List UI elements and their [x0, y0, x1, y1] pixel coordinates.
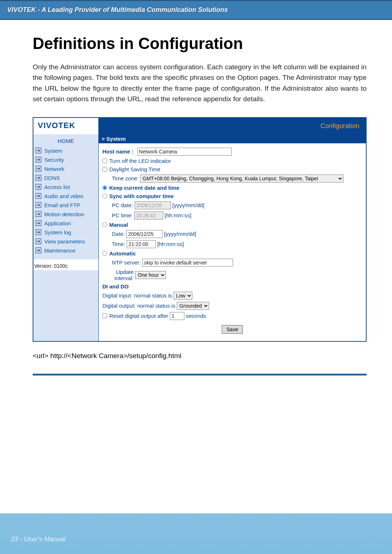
keep-current-radio[interactable]	[102, 185, 107, 190]
logo-cell: VIVOTEK	[33, 118, 99, 134]
pc-time-hint: [hh:mm:ss]	[165, 212, 191, 218]
arrow-icon: ➔	[36, 193, 41, 199]
host-name-input[interactable]	[137, 148, 232, 156]
pc-time-input	[134, 212, 163, 219]
turn-off-led-label: Turn off the LED indicator	[109, 158, 171, 164]
manual-date-row: Date: [yyyy/mm/dd]	[112, 230, 362, 238]
manual-radio[interactable]	[102, 222, 107, 227]
manual-time-label: Time:	[112, 241, 125, 247]
reset-row: Reset digital output after seconds	[102, 312, 362, 320]
sidebar-item-label: Audio and video	[44, 193, 83, 199]
sidebar-item-maintenance[interactable]: ➔ Maintenance	[33, 246, 98, 255]
save-row: Save	[102, 325, 362, 334]
reset-label: Reset digital output after	[109, 313, 168, 319]
sidebar-item-label: System	[44, 148, 62, 154]
sidebar-item-motion-detection[interactable]: ➔ Motion detection	[33, 210, 98, 219]
pc-time-row: PC time: [hh:mm:ss]	[112, 212, 362, 219]
sidebar-item-label: System log	[44, 229, 71, 235]
arrow-icon: ➔	[36, 220, 41, 226]
manual-time-hint: [hh:mm:ss]	[157, 241, 184, 247]
automatic-row: Automatic	[102, 250, 362, 257]
update-interval-select[interactable]: One hour	[135, 271, 166, 279]
manual-row: Manual	[102, 222, 362, 228]
manual-date-hint: [yyyy/mm/dd]	[164, 231, 196, 237]
pc-date-hint: [yyyy/mm/dd]	[172, 202, 204, 208]
page-body: Definitions in Configuration Only the Ad…	[0, 20, 392, 513]
manual-label: Manual	[109, 222, 128, 228]
do-select[interactable]: Grounded	[177, 302, 209, 310]
sidebar-item-security[interactable]: ➔ Security	[33, 155, 98, 164]
arrow-icon: ➔	[36, 229, 41, 235]
update-interval-label: Update interval:	[112, 269, 134, 281]
reset-unit: seconds	[186, 313, 206, 319]
sidebar-item-label: Motion detection	[44, 211, 84, 217]
ntp-input[interactable]	[142, 259, 233, 267]
do-row: Digital output: normal status is Grounde…	[102, 302, 362, 310]
pc-time-label: PC time:	[112, 212, 133, 218]
arrow-icon: ➔	[36, 238, 41, 244]
sidebar-item-ddns[interactable]: ➔ DDNS	[33, 173, 98, 182]
timezone-select[interactable]: GMT+08:00 Beijing, Chongging, Hong Kong,…	[140, 175, 343, 182]
sidebar-item-system[interactable]: ➔ System	[33, 146, 98, 155]
config-panel: VIVOTEK Configuration HOME ➔ System ➔ Se…	[33, 117, 367, 342]
pc-date-input	[135, 201, 171, 209]
sidebar-item-application[interactable]: ➔ Application	[33, 219, 98, 228]
sync-computer-label: Sync with computer time	[109, 193, 174, 199]
sync-computer-row: Sync with computer time	[102, 193, 362, 199]
doc-header: VIVOTEK - A Leading Provider of Multimed…	[0, 0, 392, 20]
manual-time-input[interactable]	[127, 240, 156, 248]
pc-date-label: PC date:	[112, 202, 133, 208]
arrow-icon: ➔	[36, 202, 41, 208]
daylight-checkbox[interactable]	[102, 167, 107, 172]
sidebar-item-label: View parameters	[44, 238, 85, 245]
sidebar-item-audio-video[interactable]: ➔ Audio and video	[33, 192, 98, 201]
automatic-label: Automatic	[109, 250, 136, 257]
di-row: Digital input: normal status is Low	[102, 292, 362, 300]
intro-paragraph: Only the Administrator can access system…	[33, 62, 367, 104]
sidebar-item-label: Security	[44, 157, 64, 163]
sidebar-item-label: Network	[44, 166, 64, 172]
keep-current-row: Keep current date and time	[102, 185, 362, 191]
host-name-label: Host name :	[102, 148, 134, 155]
ntp-label: NTP server:	[112, 259, 141, 266]
sidebar-item-email-ftp[interactable]: ➔ Email and FTP	[33, 201, 98, 210]
daylight-label: Daylight Saving Time	[109, 166, 160, 172]
vivotek-logo: VIVOTEK	[38, 121, 75, 130]
do-label: Digital output: normal status is	[102, 303, 175, 309]
sidebar-item-access-list[interactable]: ➔ Access list	[33, 182, 98, 192]
system-form: Host name : Turn off the LED indicator D…	[99, 143, 366, 341]
turn-off-led-checkbox[interactable]	[102, 159, 107, 163]
timezone-row: Time zone: GMT+08:00 Beijing, Chongging,…	[112, 175, 362, 182]
sidebar-home[interactable]: HOME	[33, 136, 98, 146]
manual-date-input[interactable]	[126, 230, 163, 238]
version-label: Version: 0100c	[33, 259, 98, 270]
config-main: > System Host name : Turn off the LED in…	[99, 134, 366, 341]
sidebar-item-label: Access list	[44, 184, 70, 190]
sidebar-item-system-log[interactable]: ➔ System log	[33, 228, 98, 237]
pc-date-row: PC date: [yyyy/mm/dd]	[112, 201, 362, 209]
host-name-row: Host name :	[102, 148, 362, 156]
sidebar-item-view-parameters[interactable]: ➔ View parameters	[33, 237, 98, 246]
sidebar-item-network[interactable]: ➔ Network	[33, 164, 98, 173]
arrow-icon: ➔	[36, 184, 41, 190]
config-title: Configuration	[99, 118, 366, 134]
led-row: Turn off the LED indicator	[102, 158, 362, 164]
doc-header-text: VIVOTEK - A Leading Provider of Multimed…	[7, 6, 228, 13]
keep-current-label: Keep current date and time	[109, 185, 179, 191]
system-section-bar: > System	[99, 134, 366, 143]
ntp-row: NTP server:	[112, 259, 362, 267]
sidebar-item-label: Maintenance	[44, 247, 75, 254]
save-button[interactable]: Save	[222, 325, 243, 334]
arrow-icon: ➔	[36, 166, 41, 172]
di-label: Digital input: normal status is	[102, 292, 172, 299]
reset-checkbox[interactable]	[102, 313, 107, 318]
daylight-row: Daylight Saving Time	[102, 166, 362, 172]
sync-computer-radio[interactable]	[102, 194, 107, 198]
url-line: <url> http://<Network Camera>/setup/conf…	[33, 352, 367, 360]
di-select[interactable]: Low	[173, 292, 192, 300]
sidebar-item-label: Application	[44, 220, 71, 226]
di-do-header: DI and DO	[102, 283, 362, 290]
arrow-icon: ➔	[36, 211, 41, 217]
reset-input[interactable]	[170, 312, 184, 320]
automatic-radio[interactable]	[102, 251, 107, 256]
